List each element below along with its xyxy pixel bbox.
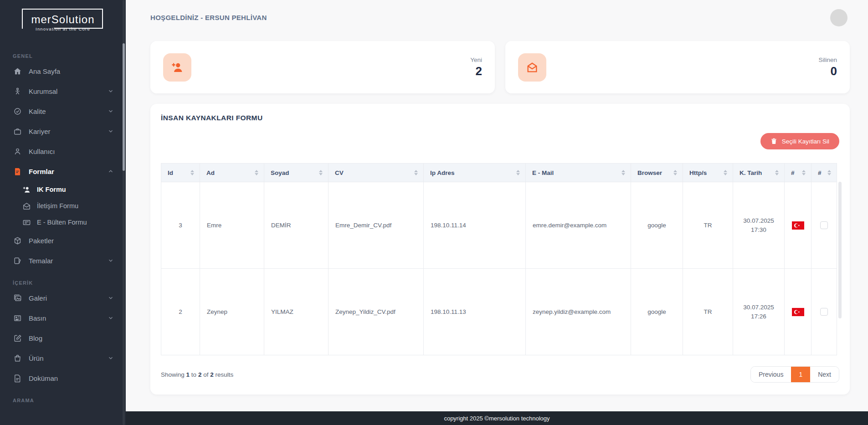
sidebar-item-kariyer[interactable]: Kariyer	[0, 121, 126, 141]
sort-icon[interactable]	[516, 170, 520, 175]
sidebar-item-dokuman[interactable]: Doküman	[0, 368, 126, 388]
tarih-time: 17:26	[735, 312, 782, 321]
sidebar-item-basin[interactable]: Basın	[0, 308, 126, 328]
sidebar-item-paketler[interactable]: Paketler	[0, 230, 126, 251]
row-checkbox[interactable]	[820, 221, 828, 229]
nav-label: İletişim Formu	[37, 202, 78, 210]
column-label: #	[791, 169, 795, 176]
sidebar-item-ana-sayfa[interactable]: Ana Sayfa	[0, 61, 126, 81]
brand-logo[interactable]: merSolution Innovation at the Core	[0, 0, 126, 44]
column-label: Ip Adres	[430, 169, 455, 176]
sidebar-item-temalar[interactable]: Temalar	[0, 251, 126, 271]
sort-icon[interactable]	[802, 170, 806, 175]
summary-text: to	[191, 371, 196, 378]
column-header-browser[interactable]: Browser	[631, 164, 683, 182]
cell-flag	[785, 182, 812, 269]
chevron-down-icon	[108, 315, 114, 321]
summary-to: 2	[198, 371, 202, 378]
user-avatar[interactable]	[830, 9, 847, 26]
cell-tarih: 30.07.2025 17:30	[733, 182, 785, 269]
nav-label: Ürün	[29, 354, 44, 362]
nav-label: Formlar	[29, 168, 54, 175]
mail-open-icon	[22, 201, 31, 210]
sidebar-scrollbar[interactable]	[123, 0, 125, 425]
sort-icon[interactable]	[190, 170, 194, 175]
sidebar-scrollbar-thumb[interactable]	[123, 43, 125, 171]
column-label: Ad	[206, 169, 215, 176]
sidebar-item-ebulten-formu[interactable]: E - Bülten Formu	[0, 214, 126, 230]
table-row: 3 Emre DEMİR Emre_Demir_CV.pdf 198.10.11…	[161, 182, 837, 269]
column-header-https[interactable]: Http/s	[683, 164, 733, 182]
theme-icon	[13, 256, 22, 265]
column-label: #	[818, 169, 822, 176]
tarih-time: 17:30	[735, 225, 782, 235]
stat-label: Yeni	[470, 56, 482, 63]
hr-form-table: Id Ad Soyad CV Ip Adres E - Mail Browser…	[161, 163, 837, 355]
nav-label: IK Formu	[37, 186, 66, 193]
sort-icon[interactable]	[827, 170, 831, 175]
cell-browser: google	[631, 269, 683, 355]
stat-value: 2	[470, 64, 482, 78]
sidebar-section-genel: GENEL	[0, 51, 126, 61]
sort-icon[interactable]	[414, 170, 418, 175]
topbar: HOŞGELDİNİZ - ERSUN PEHLİVAN	[126, 0, 868, 35]
column-header-id[interactable]: Id	[161, 164, 200, 182]
tarih-date: 30.07.2025	[735, 216, 782, 225]
user-icon	[13, 147, 22, 156]
delete-selected-button[interactable]: Seçili Kayıtları Sil	[760, 133, 839, 149]
row-checkbox[interactable]	[820, 308, 828, 316]
footer-bar: copyright 2025 ©mersolution technology	[126, 411, 868, 425]
cell-soyad: YILMAZ	[264, 269, 329, 355]
column-label: Browser	[637, 169, 662, 176]
column-label: Id	[168, 169, 173, 176]
column-header-ad[interactable]: Ad	[200, 164, 264, 182]
cell-flag	[785, 269, 812, 355]
sort-icon[interactable]	[255, 170, 258, 175]
cell-ip: 198.10.11.13	[424, 269, 526, 355]
nav-label: Ana Sayfa	[29, 67, 60, 75]
sidebar-item-galeri[interactable]: Galeri	[0, 288, 126, 308]
column-label: CV	[335, 169, 344, 176]
cell-https: TR	[683, 182, 733, 269]
table-row: 2 Zeynep YILMAZ Zeynep_Yildiz_CV.pdf 198…	[161, 269, 837, 355]
stat-value: 0	[818, 64, 837, 78]
pagination-page-1[interactable]: 1	[791, 367, 810, 382]
cell-browser: google	[631, 182, 683, 269]
sort-icon[interactable]	[621, 170, 625, 175]
column-header-flag[interactable]: #	[785, 164, 812, 182]
sort-icon[interactable]	[319, 170, 323, 175]
chevron-up-icon	[108, 168, 114, 174]
sort-icon[interactable]	[775, 170, 779, 175]
copyright-text: copyright 2025 ©mersolution technology	[444, 415, 550, 422]
sidebar-item-blog[interactable]: Blog	[0, 328, 126, 348]
nav-label: Basın	[29, 314, 46, 322]
sidebar-item-urun[interactable]: Ürün	[0, 348, 126, 368]
summary-text: Showing	[161, 371, 185, 378]
sidebar-item-kullanici[interactable]: Kullanıcı	[0, 141, 126, 161]
sort-icon[interactable]	[724, 170, 727, 175]
sidebar-item-ik-formu[interactable]: IK Formu	[0, 181, 126, 198]
brand-logo-frame: merSolution Innovation at the Core	[26, 11, 99, 32]
pagination-previous-button[interactable]: Previous	[751, 367, 791, 382]
sidebar-item-iletisim-formu[interactable]: İletişim Formu	[0, 198, 126, 214]
column-header-cv[interactable]: CV	[329, 164, 424, 182]
sidebar-item-kalite[interactable]: Kalite	[0, 101, 126, 121]
nav-label: Paketler	[29, 237, 54, 245]
column-header-select[interactable]: #	[812, 164, 837, 182]
brand-tagline: Innovation at the Core	[31, 26, 94, 31]
sidebar-item-formlar[interactable]: Formlar	[0, 161, 126, 181]
stat-cards: Yeni 2 Silinen 0	[150, 41, 850, 93]
stat-card-meta: Yeni 2	[470, 56, 482, 78]
column-header-ip[interactable]: Ip Adres	[424, 164, 526, 182]
mail-icon	[518, 53, 546, 82]
nav-label: Kurumsal	[29, 87, 57, 95]
column-header-email[interactable]: E - Mail	[526, 164, 631, 182]
column-header-soyad[interactable]: Soyad	[264, 164, 329, 182]
pagination-next-button[interactable]: Next	[810, 367, 839, 382]
sidebar-item-kurumsal[interactable]: Kurumsal	[0, 81, 126, 101]
cell-select	[812, 269, 837, 355]
table-footer: Showing 1 to 2 of 2 results Previous 1 N…	[161, 366, 839, 383]
table-scrollbar[interactable]	[838, 182, 842, 318]
sort-icon[interactable]	[673, 170, 677, 175]
column-header-tarih[interactable]: K. Tarih	[733, 164, 785, 182]
